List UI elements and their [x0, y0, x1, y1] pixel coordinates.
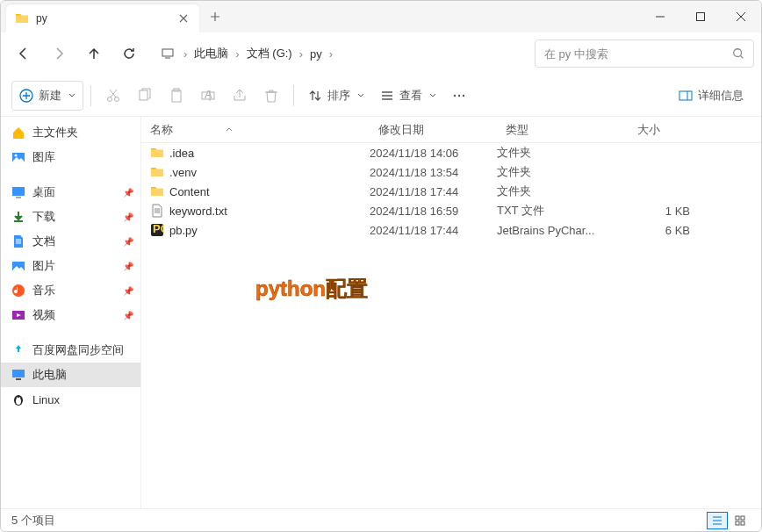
- rename-button[interactable]: A: [193, 81, 223, 111]
- chevron-down-icon: [68, 92, 75, 99]
- back-button[interactable]: [8, 38, 40, 69]
- folder-icon: [150, 184, 164, 198]
- sidebar-item-home[interactable]: 主文件夹: [1, 120, 140, 145]
- svg-rect-0: [697, 13, 705, 21]
- breadcrumb[interactable]: › 此电脑 › 文档 (G:) › py ›: [155, 40, 524, 68]
- close-button[interactable]: [721, 1, 761, 32]
- chevron-right-icon[interactable]: ›: [326, 47, 336, 61]
- cloud-icon: [11, 343, 25, 357]
- svg-point-2: [734, 49, 742, 57]
- refresh-icon: [122, 47, 136, 61]
- crumb-thispc[interactable]: 此电脑: [190, 46, 232, 61]
- list-view-button[interactable]: [707, 512, 728, 529]
- close-icon: [737, 12, 745, 21]
- column-date[interactable]: 修改日期: [370, 122, 497, 138]
- arrow-left-icon: [17, 47, 31, 61]
- forward-button[interactable]: [43, 38, 75, 69]
- more-button[interactable]: [445, 81, 473, 111]
- view-button[interactable]: 查看: [373, 81, 443, 111]
- sidebar-item-baidu[interactable]: 百度网盘同步空间: [1, 338, 140, 363]
- view-list-icon: [380, 89, 394, 103]
- column-size[interactable]: 大小: [629, 122, 699, 138]
- monitor-icon: [161, 47, 175, 61]
- sidebar-item-videos[interactable]: 视频📌: [1, 303, 140, 327]
- new-tab-button[interactable]: [199, 1, 231, 32]
- chevron-right-icon[interactable]: ›: [180, 47, 190, 61]
- close-tab-icon[interactable]: [176, 11, 190, 25]
- body: 主文件夹 图库 桌面📌 下载📌 文档📌 图片📌 音乐📌 视频📌 百度网盘同步空间…: [1, 117, 761, 508]
- sidebar-item-linux[interactable]: Linux: [1, 387, 140, 412]
- sidebar-item-desktop[interactable]: 桌面📌: [1, 180, 140, 205]
- rename-icon: A: [200, 88, 216, 104]
- file-name-cell: .venv: [141, 165, 370, 179]
- grid-view-button[interactable]: [730, 512, 751, 529]
- svg-text:A: A: [205, 88, 212, 101]
- toolbar-separator: [90, 85, 91, 106]
- minimize-button[interactable]: [640, 1, 680, 32]
- sidebar-item-documents[interactable]: 文档📌: [1, 229, 140, 254]
- file-row[interactable]: Content2024/11/18 17:44文件夹: [141, 182, 761, 201]
- toolbar-separator: [293, 85, 294, 106]
- sort-button[interactable]: 排序: [301, 81, 371, 111]
- file-date: 2024/11/18 16:59: [370, 205, 497, 218]
- desktop-icon: [11, 185, 25, 199]
- chevron-right-icon[interactable]: ›: [296, 47, 306, 61]
- delete-icon: [263, 88, 279, 104]
- search-box[interactable]: [535, 40, 754, 68]
- file-rows: python配置 .idea2024/11/18 14:06文件夹.venv20…: [141, 143, 761, 508]
- sort-icon: [308, 89, 322, 103]
- document-icon: [11, 234, 25, 248]
- pin-icon: 📌: [123, 286, 133, 296]
- refresh-button[interactable]: [113, 38, 145, 69]
- download-icon: [11, 210, 25, 224]
- paste-button[interactable]: [162, 81, 191, 111]
- window-tab[interactable]: py: [6, 4, 199, 32]
- svg-point-19: [12, 284, 25, 297]
- maximize-button[interactable]: [680, 1, 721, 32]
- file-row[interactable]: .venv2024/11/18 13:54文件夹: [141, 162, 761, 182]
- svg-point-16: [15, 155, 18, 157]
- crumb-folder[interactable]: py: [306, 47, 326, 61]
- up-button[interactable]: [78, 38, 110, 69]
- sidebar-item-gallery[interactable]: 图库: [1, 145, 140, 169]
- sidebar-item-music[interactable]: 音乐📌: [1, 278, 140, 303]
- sort-label: 排序: [327, 88, 350, 104]
- sidebar-item-thispc[interactable]: 此电脑: [1, 363, 140, 387]
- cut-button[interactable]: [98, 81, 128, 111]
- folder-icon: [15, 11, 29, 25]
- delete-button[interactable]: [256, 81, 286, 111]
- column-type[interactable]: 类型: [497, 122, 629, 138]
- file-type: 文件夹: [497, 145, 629, 161]
- folder-icon: [150, 165, 164, 179]
- search-icon: [732, 47, 744, 60]
- svg-point-26: [19, 397, 21, 399]
- column-headers: 名称 修改日期 类型 大小: [141, 117, 761, 143]
- chevron-down-icon: [357, 92, 364, 99]
- new-label: 新建: [39, 88, 61, 104]
- file-name: pb.py: [169, 224, 198, 237]
- pictures-icon: [11, 259, 25, 273]
- gallery-icon: [11, 150, 25, 164]
- item-count: 5 个项目: [11, 513, 55, 528]
- share-button[interactable]: [225, 81, 255, 111]
- file-row[interactable]: PCpb.py2024/11/18 17:44JetBrains PyChar.…: [141, 220, 761, 240]
- file-row[interactable]: keyword.txt2024/11/18 16:59TXT 文件1 KB: [141, 201, 761, 220]
- search-input[interactable]: [544, 47, 732, 61]
- svg-point-11: [454, 94, 456, 96]
- file-type: 文件夹: [497, 183, 629, 199]
- column-name[interactable]: 名称: [141, 122, 370, 138]
- new-button[interactable]: 新建: [11, 81, 83, 111]
- chevron-right-icon[interactable]: ›: [232, 47, 242, 61]
- sidebar-item-pictures[interactable]: 图片📌: [1, 254, 140, 278]
- file-size: 6 KB: [629, 224, 699, 237]
- video-icon: [11, 308, 25, 322]
- file-name-cell: PCpb.py: [141, 223, 370, 237]
- file-date: 2024/11/18 17:44: [370, 224, 497, 237]
- crumb-drive[interactable]: 文档 (G:): [243, 46, 296, 61]
- svg-point-24: [16, 398, 21, 405]
- sidebar-item-downloads[interactable]: 下载📌: [1, 205, 140, 229]
- copy-button[interactable]: [130, 81, 160, 111]
- file-row[interactable]: .idea2024/11/18 14:06文件夹: [141, 143, 761, 162]
- svg-rect-17: [12, 187, 25, 196]
- details-pane-button[interactable]: 详细信息: [672, 81, 751, 111]
